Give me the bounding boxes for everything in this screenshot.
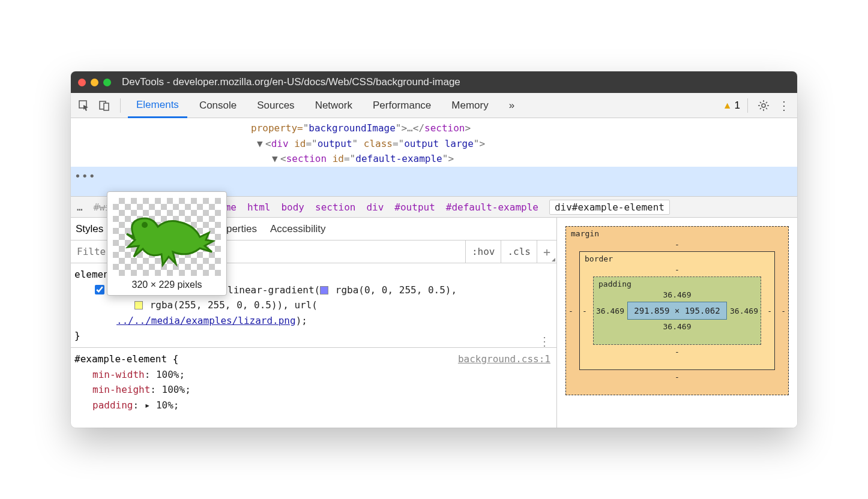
expand-dots-icon[interactable]: •••	[74, 168, 96, 185]
crumb[interactable]: section	[315, 202, 355, 213]
subtab-styles[interactable]: Styles	[76, 223, 103, 235]
crumb[interactable]: html	[247, 202, 271, 213]
crumb[interactable]: div	[366, 202, 384, 213]
dom-line[interactable]: ▼<section id="default-example">	[71, 151, 797, 167]
tab-sources[interactable]: Sources	[249, 93, 303, 118]
window-title: DevTools - developer.mozilla.org/en-US/d…	[122, 76, 460, 88]
image-preview-tooltip: 320 × 229 pixels	[107, 191, 227, 296]
warnings-count: 1	[735, 100, 740, 112]
box-model-panel: margin - - - border - - - padding 36.469…	[557, 218, 797, 428]
property-toggle-checkbox[interactable]	[95, 285, 104, 294]
devtools-window: DevTools - developer.mozilla.org/en-US/d…	[71, 71, 797, 428]
tab-memory[interactable]: Memory	[443, 93, 496, 118]
image-dimensions: 320 × 229 pixels	[107, 279, 226, 290]
more-actions-icon[interactable]: ⋮	[538, 339, 550, 344]
tab-console[interactable]: Console	[191, 93, 245, 118]
css-rule-example-element[interactable]: background.css:1 #example-element { min-…	[71, 348, 556, 416]
main-toolbar: Elements Console Sources Network Perform…	[71, 93, 797, 118]
crumb-overflow[interactable]: …	[77, 202, 83, 213]
css-property[interactable]: min-height	[92, 384, 150, 395]
hov-toggle[interactable]: :hov	[465, 241, 501, 263]
warnings-badge[interactable]: ▲ 1	[723, 100, 740, 112]
color-swatch-icon[interactable]	[320, 286, 328, 294]
css-property[interactable]: padding	[92, 399, 133, 411]
svg-point-4	[142, 222, 148, 228]
crumb[interactable]: body	[281, 202, 304, 213]
css-property[interactable]: min-width	[92, 369, 145, 380]
zoom-window-icon[interactable]	[103, 79, 111, 86]
box-model-content[interactable]: 291.859 × 195.062	[627, 302, 726, 320]
box-model-padding[interactable]: padding 36.469 36.469 36.469 291.859 × 1…	[593, 276, 761, 345]
crumb-current[interactable]: div#example-element	[549, 200, 670, 215]
box-model-margin[interactable]: margin - - - border - - - padding 36.469…	[565, 226, 789, 395]
traffic-lights	[78, 79, 111, 86]
tab-network[interactable]: Network	[307, 93, 361, 118]
tab-elements[interactable]: Elements	[128, 94, 187, 118]
crumb[interactable]: #output	[394, 202, 435, 213]
crumb[interactable]: #default-example	[446, 202, 538, 213]
minimize-window-icon[interactable]	[91, 79, 98, 86]
image-preview-thumbnail	[113, 198, 221, 276]
source-link[interactable]: background.css:1	[458, 351, 550, 367]
new-style-rule-button[interactable]: +	[537, 241, 556, 263]
selector-text[interactable]: #example-element	[74, 353, 167, 365]
more-icon[interactable]: ⋮	[776, 97, 792, 114]
subtab-accessibility[interactable]: Accessibility	[270, 223, 326, 235]
color-swatch-icon[interactable]	[134, 301, 143, 309]
tab-performance[interactable]: Performance	[364, 93, 439, 118]
box-model-border[interactable]: border - - - padding 36.469 36.469 36.46…	[579, 251, 775, 370]
dom-tree[interactable]: property="backgroundImage">…</section> ▼…	[71, 118, 797, 196]
close-window-icon[interactable]	[78, 79, 86, 86]
tabs-overflow[interactable]: »	[501, 93, 523, 118]
inspect-icon[interactable]	[76, 97, 92, 114]
warning-icon: ▲	[723, 100, 732, 111]
cls-toggle[interactable]: .cls	[501, 241, 537, 263]
svg-rect-2	[104, 103, 109, 110]
settings-icon[interactable]	[755, 97, 772, 114]
dom-line[interactable]: ▼<div id="output" class="output large">	[71, 136, 797, 152]
titlebar: DevTools - developer.mozilla.org/en-US/d…	[71, 71, 797, 93]
url-link[interactable]: ../../media/examples/lizard.png	[116, 315, 296, 326]
svg-point-3	[762, 104, 765, 107]
dom-line[interactable]: property="backgroundImage">…</section>	[71, 121, 797, 136]
device-toolbar-icon[interactable]	[96, 97, 113, 114]
